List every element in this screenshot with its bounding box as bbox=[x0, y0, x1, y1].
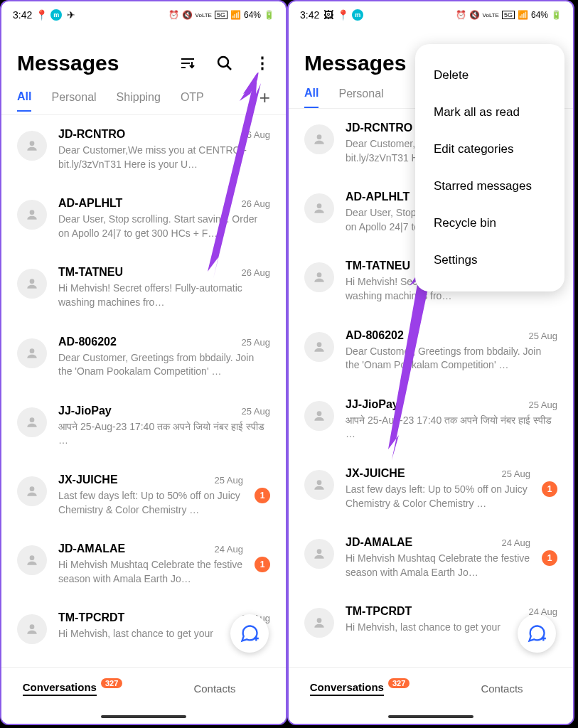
battery-text: 64% bbox=[531, 10, 548, 20]
battery-text: 64% bbox=[244, 10, 261, 20]
svg-point-9 bbox=[30, 348, 35, 353]
more-icon[interactable]: ⋮ bbox=[253, 55, 270, 72]
overflow-menu: Delete Mark all as read Edit categories … bbox=[415, 44, 564, 291]
avatar bbox=[17, 545, 47, 575]
message-date: 25 Aug bbox=[529, 400, 558, 410]
message-date: 24 Aug bbox=[502, 537, 531, 548]
svg-point-21 bbox=[317, 480, 322, 485]
unread-count-badge: 327 bbox=[388, 678, 410, 688]
message-date: 25 Aug bbox=[242, 337, 271, 348]
unread-badge: 1 bbox=[255, 557, 270, 572]
location-icon: 📍 bbox=[36, 10, 46, 20]
nav-contacts[interactable]: Contacts bbox=[431, 668, 573, 710]
message-preview: Dear Customer, Greetings from bbdaily. J… bbox=[58, 351, 270, 379]
search-icon[interactable] bbox=[216, 55, 233, 72]
nav-contacts[interactable]: Contacts bbox=[144, 668, 286, 710]
message-row[interactable]: JX-JUICHE 25 Aug Last few days left: Up … bbox=[289, 454, 573, 523]
tab-shipping[interactable]: Shipping bbox=[117, 91, 161, 111]
sender-name: JJ-JioPay bbox=[346, 398, 399, 411]
sender-name: JX-JUICHE bbox=[346, 467, 405, 480]
bottom-nav: Conversations 327 Contacts bbox=[289, 667, 573, 710]
new-message-fab[interactable] bbox=[518, 614, 556, 653]
menu-recycle-bin[interactable]: Recycle bin bbox=[415, 205, 564, 242]
svg-point-7 bbox=[30, 210, 35, 215]
avatar bbox=[304, 401, 334, 431]
filter-icon[interactable] bbox=[179, 55, 196, 72]
message-row[interactable]: JJ-JioPay 25 Aug आपने 25-Aug-23 17:40 तक… bbox=[1, 392, 286, 461]
unread-badge: 1 bbox=[542, 481, 557, 497]
sender-name: JX-JUICHE bbox=[58, 473, 118, 486]
signal-icon: 📶 bbox=[230, 10, 241, 20]
message-row[interactable]: AD-APLHLT 26 Aug Dear User, Stop scrolli… bbox=[1, 184, 286, 253]
avatar bbox=[304, 470, 334, 500]
svg-point-23 bbox=[317, 619, 322, 623]
menu-starred[interactable]: Starred messages bbox=[415, 168, 564, 205]
svg-point-12 bbox=[30, 555, 35, 560]
menu-mark-all-read[interactable]: Mark all as read bbox=[415, 94, 564, 131]
message-preview: Hi Mehvish! Secret offers! Fully-automat… bbox=[58, 282, 270, 309]
avatar bbox=[304, 332, 334, 362]
system-nav-bar[interactable] bbox=[289, 710, 573, 724]
message-row[interactable]: JD-AMALAE 24 Aug Hi Mehvish Mushtaq Cele… bbox=[289, 523, 573, 592]
message-row[interactable]: AD-806202 25 Aug Dear Customer, Greeting… bbox=[1, 323, 286, 392]
sender-name: AD-APLHLT bbox=[58, 197, 122, 210]
status-time: 3:42 bbox=[13, 9, 32, 21]
message-date: 25 Aug bbox=[502, 469, 531, 479]
menu-settings[interactable]: Settings bbox=[415, 242, 564, 279]
app-header: Messages ⋮ bbox=[1, 28, 286, 87]
sender-name: AD-806202 bbox=[346, 329, 404, 342]
message-date: 25 Aug bbox=[242, 406, 271, 417]
avatar bbox=[17, 338, 47, 368]
avatar bbox=[17, 476, 47, 506]
status-bar: 3:42 📍 m ✈ ⏰ 🔇 VoLTE 5G 📶 64% 🔋 bbox=[1, 1, 286, 28]
svg-point-10 bbox=[30, 417, 35, 422]
tab-personal[interactable]: Personal bbox=[51, 91, 96, 111]
page-title: Messages bbox=[304, 51, 406, 75]
message-row[interactable]: TM-TATNEU 26 Aug Hi Mehvish! Secret offe… bbox=[1, 253, 286, 322]
message-row[interactable]: JD-RCNTRO 26 Aug Dear Customer,We miss y… bbox=[1, 115, 286, 184]
message-preview: Dear Customer, Greetings from bbdaily. J… bbox=[346, 345, 557, 373]
telegram-icon: ✈ bbox=[66, 10, 76, 20]
battery-icon: 🔋 bbox=[551, 10, 562, 20]
avatar bbox=[304, 193, 334, 223]
message-preview: आपने 25-Aug-23 17:40 तक अपने जियो नंबर ह… bbox=[58, 420, 270, 448]
tab-otp[interactable]: OTP bbox=[181, 91, 204, 111]
svg-point-4 bbox=[218, 57, 228, 67]
unread-badge: 1 bbox=[255, 488, 270, 503]
message-row[interactable]: JJ-JioPay 25 Aug आपने 25-Aug-23 17:40 तक… bbox=[289, 385, 573, 454]
gallery-icon: 🖼 bbox=[323, 10, 333, 20]
svg-point-13 bbox=[30, 625, 35, 630]
sender-name: JD-RCNTRO bbox=[58, 128, 125, 141]
volte-icon: VoLTE bbox=[483, 12, 499, 18]
nav-conversations[interactable]: Conversations 327 bbox=[1, 668, 144, 710]
menu-delete[interactable]: Delete bbox=[415, 57, 564, 94]
network-icon: 5G bbox=[502, 11, 515, 19]
alarm-icon: ⏰ bbox=[168, 10, 179, 20]
avatar bbox=[304, 124, 334, 154]
signal-icon: 📶 bbox=[518, 10, 528, 20]
message-date: 26 Aug bbox=[242, 267, 271, 278]
location-icon: 📍 bbox=[338, 10, 348, 20]
unread-count-badge: 327 bbox=[101, 678, 122, 688]
avatar bbox=[17, 131, 47, 161]
new-message-fab[interactable] bbox=[230, 614, 269, 653]
nav-conversations[interactable]: Conversations 327 bbox=[289, 668, 431, 710]
tab-all[interactable]: All bbox=[17, 90, 31, 112]
message-row[interactable]: JD-AMALAE 24 Aug Hi Mehvish Mushtaq Cele… bbox=[1, 530, 286, 599]
message-row[interactable]: JX-JUICHE 25 Aug Last few days left: Up … bbox=[1, 461, 286, 530]
message-row[interactable]: AD-806202 25 Aug Dear Customer, Greeting… bbox=[289, 316, 573, 385]
svg-point-20 bbox=[317, 411, 322, 416]
system-nav-bar[interactable] bbox=[1, 710, 286, 724]
sender-name: JD-RCNTRO bbox=[346, 122, 412, 134]
menu-edit-categories[interactable]: Edit categories bbox=[415, 131, 564, 168]
volte-icon: VoLTE bbox=[196, 12, 212, 18]
svg-point-22 bbox=[317, 549, 322, 554]
phone-left: 3:42 📍 m ✈ ⏰ 🔇 VoLTE 5G 📶 64% 🔋 Messages… bbox=[0, 0, 287, 725]
add-category-button[interactable]: + bbox=[259, 87, 270, 114]
tab-personal[interactable]: Personal bbox=[338, 87, 383, 107]
page-title: Messages bbox=[17, 51, 119, 75]
svg-point-11 bbox=[30, 486, 35, 491]
svg-point-19 bbox=[317, 342, 322, 347]
avatar bbox=[17, 614, 47, 644]
tab-all[interactable]: All bbox=[304, 87, 319, 108]
